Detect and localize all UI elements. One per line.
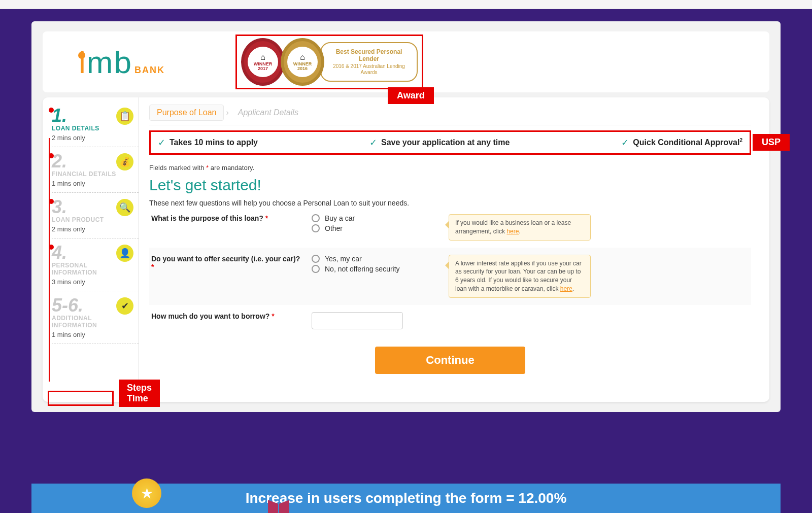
tab-applicant-details[interactable]: Applicant Details	[231, 105, 306, 120]
award-title: Best Secured Personal Lender	[328, 48, 410, 63]
question-options: Buy a car Other	[312, 214, 438, 234]
question-label: How much do you want to borrow? *	[149, 312, 301, 320]
hand-dollar-icon: 💰	[116, 153, 133, 170]
mandatory-note: Fields marked with * are mandatory.	[149, 164, 751, 172]
logo-letter-m: m	[87, 44, 113, 80]
usp-highlight-box: ✓ Takes 10 mins to apply ✓ Save your app…	[149, 130, 751, 155]
radio-buy-a-car[interactable]: Buy a car	[312, 214, 438, 222]
check-icon: ✓	[158, 137, 165, 148]
question-label: What is the purpose of this loan? *	[149, 214, 301, 222]
content-area: Purpose of Loan › Applicant Details ✓ Ta…	[139, 97, 769, 402]
main-card: 📋 1. LOAN DETAILS 2 mins only 💰 2. FINAN…	[43, 97, 769, 402]
award-highlight-box: ⌂ WINNER 2017 ⌂ WINNER 2016 Best Secured…	[235, 35, 423, 89]
steps-time-highlight-box	[48, 391, 114, 406]
usp-item: ✓ Save your application at any time	[369, 137, 510, 148]
usp-callout-tag: USP	[753, 134, 790, 151]
award-subtitle: 2016 & 2017 Australian Lending Awards	[328, 63, 410, 76]
logo-letter-b: b	[114, 44, 131, 80]
usp-item: ✓ Takes 10 mins to apply	[158, 137, 258, 148]
page-subheading: These next few questions will help you c…	[149, 199, 751, 207]
step-label: FINANCIAL DETAILS	[52, 170, 131, 178]
award-medal-2016: ⌂ WINNER 2016	[281, 38, 324, 86]
step-time: 3 mins only	[52, 278, 131, 286]
tab-purpose-of-loan[interactable]: Purpose of Loan	[149, 105, 224, 121]
clipboard-dollar-icon: 📋	[116, 108, 133, 125]
sidebar-step-3[interactable]: 🔍 3. LOAN PRODUCT 2 mins only	[52, 198, 139, 238]
step-label: PERSONAL INFORMATION	[52, 262, 131, 276]
question-input-wrap	[312, 312, 438, 329]
sidebar-step-5-6[interactable]: ✔ 5-6. ADDITIONAL INFORMATION 1 mins onl…	[52, 296, 139, 344]
step-label: ADDITIONAL INFORMATION	[52, 315, 131, 329]
radio-icon	[312, 265, 320, 273]
timeline-dot-icon	[49, 245, 54, 250]
header: i m b BANK ⌂ WINNER 2017 ⌂ WINNER	[43, 31, 769, 92]
radio-other[interactable]: Other	[312, 224, 438, 232]
award-callout-tag: Award	[388, 87, 434, 104]
radio-icon	[312, 255, 320, 263]
award-text-panel: Best Secured Personal Lender 2016 & 2017…	[320, 42, 418, 82]
chevron-right-icon: ›	[226, 108, 228, 117]
page-heading: Let's get started!	[149, 177, 751, 194]
usp-text: Takes 10 mins to apply	[170, 138, 258, 147]
tip-business-loan: If you would like a business loan or a l…	[449, 214, 591, 241]
medal1-year: 2017	[258, 66, 268, 71]
logo-dot-icon	[78, 52, 85, 59]
medal2-year: 2016	[297, 66, 308, 71]
step-time: 1 mins only	[52, 331, 131, 338]
step-time: 2 mins only	[52, 134, 131, 142]
sidebar: 📋 1. LOAN DETAILS 2 mins only 💰 2. FINAN…	[43, 97, 139, 402]
timeline-dot-icon	[49, 153, 54, 158]
timeline-line	[49, 138, 50, 382]
step-time: 2 mins only	[52, 225, 131, 233]
inner-gray-frame: i m b BANK ⌂ WINNER 2017 ⌂ WINNER	[31, 21, 781, 412]
house-icon: ⌂	[260, 53, 265, 62]
logo-bank-text: BANK	[134, 65, 165, 76]
question-security: Do you want to offer security (i.e. your…	[149, 248, 751, 305]
usp-text: Save your application at any time	[381, 138, 510, 147]
logo: i m b BANK	[71, 44, 165, 80]
question-purpose: What is the purpose of this loan? * Buy …	[149, 207, 751, 248]
tip-link-here[interactable]: here	[506, 228, 519, 235]
usp-item: ✓ Quick Conditional Approval2	[621, 137, 742, 148]
timeline-dot-icon	[49, 108, 54, 113]
sidebar-step-4[interactable]: 👤 4. PERSONAL INFORMATION 3 mins only	[52, 244, 139, 291]
radio-no-security[interactable]: No, not offering security	[312, 265, 438, 273]
top-strip	[0, 0, 812, 9]
check-icon: ✓	[621, 137, 629, 148]
banner-text: Increase in users completing the form = …	[246, 490, 567, 506]
sidebar-step-1[interactable]: 📋 1. LOAN DETAILS 2 mins only	[52, 107, 139, 147]
question-label: Do you want to offer security (i.e. your…	[149, 255, 301, 271]
radio-icon	[312, 214, 320, 222]
star-ribbon-icon: ★	[132, 478, 161, 508]
check-icon: ✓	[369, 137, 377, 148]
sidebar-step-2[interactable]: 💰 2. FINANCIAL DETAILS 1 mins only	[52, 152, 139, 193]
step-label: LOAN DETAILS	[52, 125, 131, 132]
radio-icon	[312, 224, 320, 232]
steps-time-callout-tag: Steps Time	[119, 380, 160, 407]
tabs: Purpose of Loan › Applicant Details	[149, 105, 751, 125]
tip-interest-rate: A lower interest rate applies if you use…	[449, 255, 591, 298]
question-options: Yes, my car No, not offering security	[312, 255, 438, 275]
borrow-amount-input[interactable]	[312, 312, 403, 329]
clipboard-check-icon: ✔	[116, 297, 133, 315]
timeline-dot-icon	[49, 199, 54, 204]
award-medal-2017: ⌂ WINNER 2017	[241, 38, 285, 86]
step-label: LOAN PRODUCT	[52, 216, 131, 223]
radio-yes-my-car[interactable]: Yes, my car	[312, 255, 438, 263]
outer-purple-frame: i m b BANK ⌂ WINNER 2017 ⌂ WINNER	[0, 9, 812, 513]
step-time: 1 mins only	[52, 180, 131, 187]
magnify-dollar-icon: 🔍	[116, 199, 133, 216]
continue-button[interactable]: Continue	[375, 347, 525, 374]
house-icon: ⌂	[300, 53, 305, 62]
logo-letter-i: i	[79, 44, 86, 80]
question-borrow-amount: How much do you want to borrow? *	[149, 305, 751, 336]
person-clipboard-icon: 👤	[116, 245, 133, 262]
usp-text: Quick Conditional Approval2	[633, 138, 742, 147]
tip-link-here[interactable]: here	[560, 285, 572, 292]
